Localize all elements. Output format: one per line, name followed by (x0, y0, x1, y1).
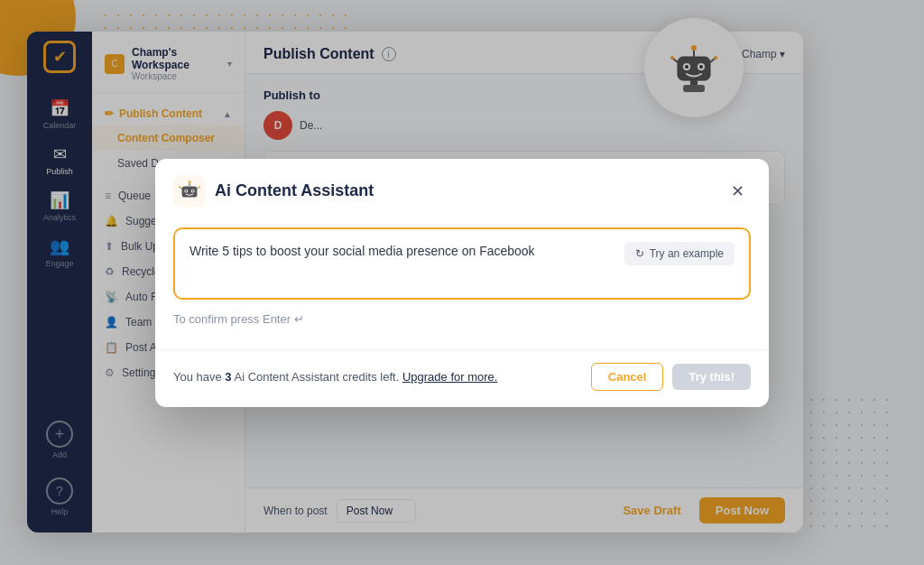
credits-count: 3 (225, 370, 231, 384)
credits-text: You have 3 Ai Content Assistant credits … (173, 370, 497, 384)
ai-modal-header: Ai Content Assistant ✕ (155, 159, 769, 220)
svg-line-22 (197, 187, 199, 189)
ai-modal-title-row: Ai Content Assistant (173, 175, 374, 208)
credits-suffix: Ai Content Assistant credits left. (232, 370, 402, 384)
svg-point-21 (179, 185, 180, 187)
modal-overlay: Ai Content Assistant ✕ Write 5 tips to b… (0, 0, 924, 565)
confirm-hint: To confirm press Enter ↵ (173, 309, 751, 335)
try-example-button[interactable]: ↻ Try an example (624, 242, 735, 265)
ai-modal-close-button[interactable]: ✕ (724, 178, 751, 205)
ai-modal: Ai Content Assistant ✕ Write 5 tips to b… (155, 159, 769, 407)
svg-point-23 (199, 185, 200, 187)
credits-prefix: You have (173, 370, 225, 384)
ai-modal-footer: You have 3 Ai Content Assistant credits … (155, 349, 769, 407)
upgrade-link[interactable]: Upgrade for more. (402, 370, 498, 384)
ai-input-area[interactable]: Write 5 tips to boost your social media … (173, 227, 751, 300)
svg-point-19 (189, 181, 191, 183)
ai-modal-body: Write 5 tips to boost your social media … (155, 220, 769, 349)
svg-point-16 (185, 190, 187, 191)
ai-input-text: Write 5 tips to boost your social media … (189, 242, 615, 261)
cancel-button[interactable]: Cancel (591, 363, 664, 391)
try-example-label: Try an example (650, 247, 724, 260)
svg-line-20 (180, 187, 181, 189)
footer-buttons: Cancel Try this! (591, 363, 751, 391)
svg-point-17 (192, 190, 194, 191)
ai-robot-icon (173, 175, 206, 208)
try-this-button[interactable]: Try this! (672, 364, 751, 390)
refresh-icon: ↻ (635, 247, 644, 260)
ai-modal-title: Ai Content Assistant (215, 181, 374, 200)
